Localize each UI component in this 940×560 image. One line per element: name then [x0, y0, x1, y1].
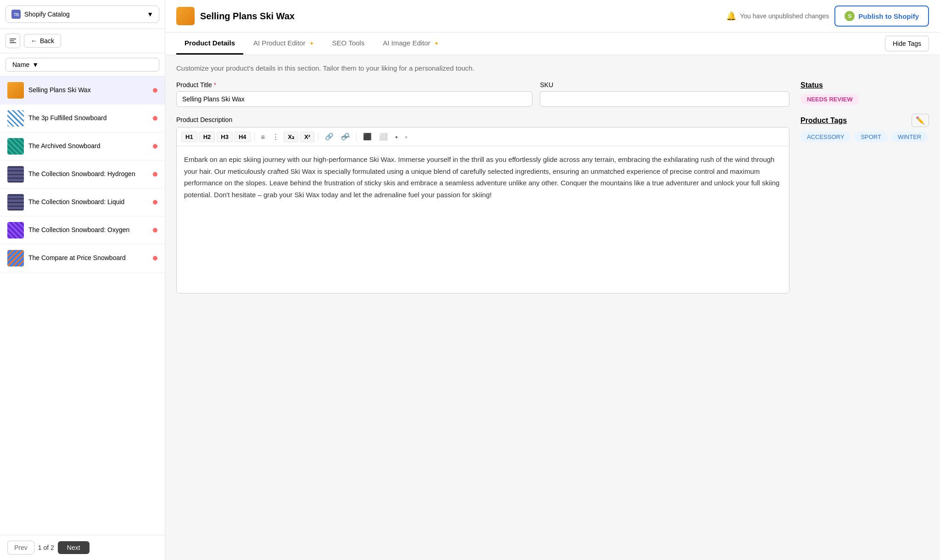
edit-tags-button[interactable]: ✏️	[912, 114, 929, 127]
toolbar-divider-1	[254, 132, 255, 141]
product-name: The Collection Snowboard: Oxygen	[28, 226, 148, 235]
notification-text: You have unpublished changes	[740, 12, 829, 20]
tags-section: Product Tags ✏️ ACCESSORYSPORTWINTER	[800, 114, 929, 142]
product-thumbnail	[7, 110, 24, 127]
tags-title[interactable]: Product Tags	[800, 116, 847, 125]
description-group: Product Description H1 H2 H3 H4 ≡ ⋮ X₂ X…	[176, 116, 789, 294]
unlink-button[interactable]: 🔗	[338, 131, 352, 142]
sidebar: 🛍 Shopify Catalog ▼ ← Back Name ▼ Sellin…	[0, 0, 165, 560]
product-header-title: Selling Plans Ski Wax	[200, 11, 295, 22]
align-right-button[interactable]: ▪	[392, 132, 400, 142]
product-list-item-collection-hydrogen[interactable]: The Collection Snowboard: Hydrogen	[0, 161, 165, 189]
ai-image-star-icon: ✦	[434, 40, 439, 47]
product-name: The Collection Snowboard: Liquid	[28, 198, 148, 207]
catalog-name: Shopify Catalog	[24, 11, 70, 18]
current-page: 1	[38, 544, 42, 551]
product-thumbnail	[7, 138, 24, 155]
catalog-selector[interactable]: 🛍 Shopify Catalog ▼	[6, 6, 159, 23]
sku-input[interactable]	[540, 91, 789, 107]
product-status-dot	[153, 172, 157, 177]
product-thumbnail	[7, 194, 24, 211]
tags-header: Product Tags ✏️	[800, 114, 929, 127]
align-left-button[interactable]: ⬛	[360, 131, 375, 142]
tags-list: ACCESSORYSPORTWINTER	[800, 132, 929, 142]
of-label: of	[43, 544, 50, 551]
sort-button[interactable]: Name ▼	[6, 58, 159, 72]
page-info: 1 of 2	[38, 544, 54, 551]
product-title-input[interactable]	[176, 91, 532, 107]
h4-button[interactable]: H4	[235, 132, 251, 142]
product-status-dot	[153, 228, 157, 233]
back-label: Back	[40, 37, 54, 44]
product-thumbnail	[7, 222, 24, 238]
status-title[interactable]: Status	[800, 81, 929, 89]
content-columns: Product Title * SKU Product Descript	[176, 81, 929, 294]
title-sku-row: Product Title * SKU	[176, 81, 789, 107]
superscript-button[interactable]: X²	[300, 132, 314, 142]
section-description: Customize your product's details in this…	[176, 64, 929, 72]
editor-wrapper: H1 H2 H3 H4 ≡ ⋮ X₂ X² 🔗 🔗	[176, 127, 789, 294]
product-thumbnail	[7, 250, 24, 266]
product-list-item-3p-fulfilled-snowboard[interactable]: The 3p Fulfilled Snowboard	[0, 105, 165, 133]
product-thumbnail	[7, 82, 24, 99]
editor-content[interactable]: Embark on an epic skiing journey with ou…	[177, 146, 789, 293]
tab-product-details[interactable]: Product Details	[176, 33, 243, 55]
back-arrow-icon: ←	[31, 37, 37, 44]
notification-area: 🔔 You have unpublished changes	[726, 11, 829, 21]
link-button[interactable]: 🔗	[322, 131, 336, 142]
h1-button[interactable]: H1	[181, 132, 197, 142]
left-panel: Product Title * SKU Product Descript	[176, 81, 789, 294]
align-justify-button[interactable]: ▫	[402, 132, 410, 142]
status-badge: NEEDS REVIEW	[800, 94, 859, 105]
bell-icon: 🔔	[726, 11, 736, 21]
align-center-button[interactable]: ⬜	[376, 131, 391, 142]
product-name: The Archived Snowboard	[28, 142, 148, 151]
product-tag: WINTER	[891, 132, 928, 142]
prev-button[interactable]: Prev	[7, 541, 34, 554]
sidebar-footer: Prev 1 of 2 Next	[0, 535, 165, 560]
product-status-dot	[153, 88, 157, 93]
collapse-sidebar-button[interactable]	[6, 33, 20, 48]
publish-label: Publish to Shopify	[858, 12, 919, 20]
product-name: The Collection Snowboard: Hydrogen	[28, 170, 148, 179]
hide-tags-button[interactable]: Hide Tags	[885, 36, 929, 51]
status-section: Status NEEDS REVIEW	[800, 81, 929, 105]
product-tag: ACCESSORY	[800, 132, 850, 142]
product-list-item-selling-plans-ski-wax[interactable]: Selling Plans Ski Wax	[0, 77, 165, 105]
h3-button[interactable]: H3	[217, 132, 233, 142]
ordered-list-button[interactable]: ⋮	[269, 131, 282, 142]
product-list-item-collection-oxygen[interactable]: The Collection Snowboard: Oxygen	[0, 216, 165, 244]
product-status-dot	[153, 200, 157, 205]
publish-button[interactable]: S Publish to Shopify	[834, 6, 929, 27]
product-list-item-compare-price-snowboard[interactable]: The Compare at Price Snowboard	[0, 244, 165, 272]
h2-button[interactable]: H2	[199, 132, 215, 142]
chevron-down-icon: ▼	[147, 11, 153, 18]
svg-rect-2	[10, 42, 16, 43]
right-panel: Status NEEDS REVIEW Product Tags ✏️ ACCE…	[800, 81, 929, 294]
pagination-controls: Prev 1 of 2 Next	[7, 541, 90, 554]
next-button[interactable]: Next	[58, 541, 90, 554]
tabs: Product Details AI Product Editor ✦ SEO …	[176, 33, 447, 55]
back-button[interactable]: ← Back	[24, 34, 61, 48]
subscript-button[interactable]: X₂	[284, 132, 298, 142]
product-tag: SPORT	[854, 132, 888, 142]
product-list-item-archived-snowboard[interactable]: The Archived Snowboard	[0, 133, 165, 161]
unordered-list-button[interactable]: ≡	[258, 132, 268, 142]
product-name: Selling Plans Ski Wax	[28, 86, 148, 95]
back-row: ← Back	[0, 29, 165, 53]
total-pages: 2	[50, 544, 54, 551]
tab-seo-tools[interactable]: SEO Tools	[324, 33, 373, 55]
product-header-icon	[176, 7, 195, 25]
shopify-catalog-icon: 🛍	[11, 10, 21, 19]
required-indicator: *	[214, 81, 216, 89]
product-list-item-collection-liquid[interactable]: The Collection Snowboard: Liquid	[0, 189, 165, 216]
toolbar-divider-2	[318, 132, 319, 141]
product-title-label: Product Title *	[176, 81, 532, 89]
content-area: Customize your product's details in this…	[165, 55, 940, 560]
editor-toolbar: H1 H2 H3 H4 ≡ ⋮ X₂ X² 🔗 🔗	[177, 128, 789, 146]
tab-ai-image-editor[interactable]: AI Image Editor ✦	[375, 33, 447, 55]
sku-label: SKU	[540, 81, 789, 89]
sort-chevron-icon: ▼	[32, 61, 39, 68]
product-thumbnail	[7, 166, 24, 183]
tab-ai-product-editor[interactable]: AI Product Editor ✦	[245, 33, 322, 55]
